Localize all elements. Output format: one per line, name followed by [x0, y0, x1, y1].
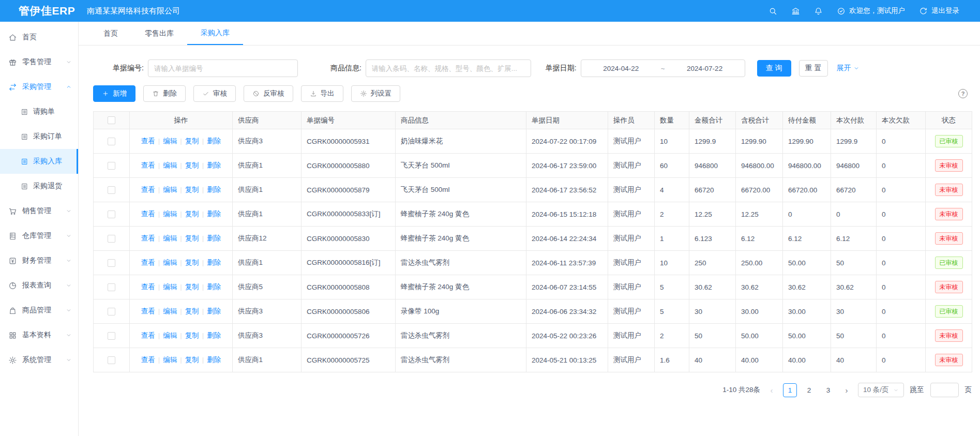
logout-button[interactable]: 退出登录	[919, 6, 959, 16]
action-view[interactable]: 查看	[141, 137, 155, 145]
row-checkbox[interactable]	[108, 235, 115, 243]
action-copy[interactable]: 复制	[185, 307, 199, 315]
tab-retail-outbound[interactable]: 零售出库	[131, 22, 187, 45]
doc-no-input[interactable]	[148, 59, 298, 77]
date-start[interactable]: 2024-04-22	[603, 65, 639, 72]
date-range-picker[interactable]: 2024-04-22 ~ 2024-07-22	[581, 59, 745, 77]
date-end[interactable]: 2024-07-22	[687, 65, 722, 72]
action-delete[interactable]: 删除	[207, 210, 221, 218]
action-edit[interactable]: 编辑	[163, 210, 177, 218]
action-copy[interactable]: 复制	[185, 234, 199, 242]
action-delete[interactable]: 删除	[207, 186, 221, 193]
help-icon[interactable]: ?	[958, 89, 968, 98]
row-checkbox[interactable]	[108, 356, 115, 364]
sidebar-item-purchase-return[interactable]: 采购退货	[0, 174, 78, 199]
action-delete[interactable]: 删除	[207, 234, 221, 242]
export-button[interactable]: 导出	[301, 85, 343, 102]
action-view[interactable]: 查看	[141, 210, 155, 218]
action-edit[interactable]: 编辑	[163, 283, 177, 291]
column-settings-button[interactable]: 列设置	[351, 85, 401, 102]
row-checkbox[interactable]	[108, 259, 115, 267]
sidebar-item-basic-data[interactable]: 基本资料	[0, 323, 78, 348]
sidebar-item-purchase-inbound[interactable]: 采购入库	[0, 149, 78, 174]
tab-purchase-inbound[interactable]: 采购入库	[187, 22, 243, 45]
sidebar-item-finance[interactable]: 财务管理	[0, 248, 78, 273]
action-copy[interactable]: 复制	[185, 161, 199, 169]
page-button-3[interactable]: 3	[821, 383, 835, 397]
action-copy[interactable]: 复制	[185, 356, 199, 364]
user-menu[interactable]: 欢迎您，测试用户	[837, 6, 905, 16]
row-checkbox[interactable]	[108, 162, 115, 170]
next-page-button[interactable]: ›	[841, 386, 852, 395]
row-checkbox[interactable]	[108, 186, 115, 194]
page-size-select[interactable]: 10 条/页	[858, 383, 904, 397]
page-size-value: 10 条/页	[863, 385, 889, 395]
action-edit[interactable]: 编辑	[163, 356, 177, 364]
action-edit[interactable]: 编辑	[163, 332, 177, 339]
action-delete[interactable]: 删除	[207, 137, 221, 145]
row-checkbox[interactable]	[108, 308, 115, 315]
action-delete[interactable]: 删除	[207, 307, 221, 315]
action-copy[interactable]: 复制	[185, 186, 199, 193]
sidebar-item-retail[interactable]: 零售管理	[0, 50, 78, 74]
expand-link[interactable]: 展开	[837, 64, 860, 73]
add-button[interactable]: 新增	[93, 85, 135, 102]
sidebar-item-purchase[interactable]: 采购管理	[0, 74, 78, 99]
row-checkbox[interactable]	[108, 283, 115, 291]
status-badge: 未审核	[935, 281, 963, 293]
search-icon[interactable]	[768, 7, 777, 16]
sidebar-item-purchase-order[interactable]: 采购订单	[0, 124, 78, 149]
cell-status: 未审核	[926, 154, 972, 178]
row-checkbox[interactable]	[108, 138, 115, 145]
action-edit[interactable]: 编辑	[163, 234, 177, 242]
action-copy[interactable]: 复制	[185, 332, 199, 339]
action-separator: |	[158, 283, 160, 291]
prev-page-button[interactable]: ‹	[766, 386, 777, 395]
search-button[interactable]: 查 询	[757, 60, 791, 77]
sidebar-item-warehouse[interactable]: 仓库管理	[0, 223, 78, 248]
row-checkbox[interactable]	[108, 332, 115, 340]
bell-icon[interactable]	[814, 7, 823, 16]
sidebar-item-system[interactable]: 系统管理	[0, 348, 78, 372]
jump-page-input[interactable]	[930, 383, 959, 397]
sidebar-item-purchase-request[interactable]: 请购单	[0, 99, 78, 124]
action-edit[interactable]: 编辑	[163, 161, 177, 169]
row-checkbox[interactable]	[108, 211, 115, 218]
action-edit[interactable]: 编辑	[163, 137, 177, 145]
action-delete[interactable]: 删除	[207, 161, 221, 169]
action-view[interactable]: 查看	[141, 307, 155, 315]
audit-button[interactable]: 审核	[193, 85, 236, 102]
action-edit[interactable]: 编辑	[163, 307, 177, 315]
action-copy[interactable]: 复制	[185, 283, 199, 291]
action-delete[interactable]: 删除	[207, 332, 221, 339]
download-icon	[310, 90, 317, 97]
product-input[interactable]	[366, 59, 531, 77]
action-view[interactable]: 查看	[141, 234, 155, 242]
action-edit[interactable]: 编辑	[163, 259, 177, 266]
bank-icon[interactable]	[791, 7, 800, 16]
reset-button[interactable]: 重 置	[799, 60, 828, 77]
sidebar-item-home[interactable]: 首页	[0, 25, 78, 50]
page-button-2[interactable]: 2	[802, 383, 816, 397]
action-view[interactable]: 查看	[141, 332, 155, 339]
action-copy[interactable]: 复制	[185, 137, 199, 145]
action-view[interactable]: 查看	[141, 161, 155, 169]
action-copy[interactable]: 复制	[185, 259, 199, 266]
sidebar-item-report[interactable]: 报表查询	[0, 273, 78, 298]
action-delete[interactable]: 删除	[207, 356, 221, 364]
select-all-checkbox[interactable]	[108, 116, 115, 124]
action-edit[interactable]: 编辑	[163, 186, 177, 193]
tab-home[interactable]: 首页	[90, 22, 131, 45]
action-view[interactable]: 查看	[141, 283, 155, 291]
action-view[interactable]: 查看	[141, 186, 155, 193]
delete-button[interactable]: 删除	[143, 85, 186, 102]
action-delete[interactable]: 删除	[207, 283, 221, 291]
sidebar-item-goods[interactable]: 商品管理	[0, 298, 78, 323]
action-view[interactable]: 查看	[141, 259, 155, 266]
sidebar-item-sales[interactable]: 销售管理	[0, 199, 78, 223]
action-view[interactable]: 查看	[141, 356, 155, 364]
unaudit-button[interactable]: 反审核	[244, 85, 293, 102]
action-copy[interactable]: 复制	[185, 210, 199, 218]
page-button-1[interactable]: 1	[783, 383, 797, 397]
action-delete[interactable]: 删除	[207, 259, 221, 266]
